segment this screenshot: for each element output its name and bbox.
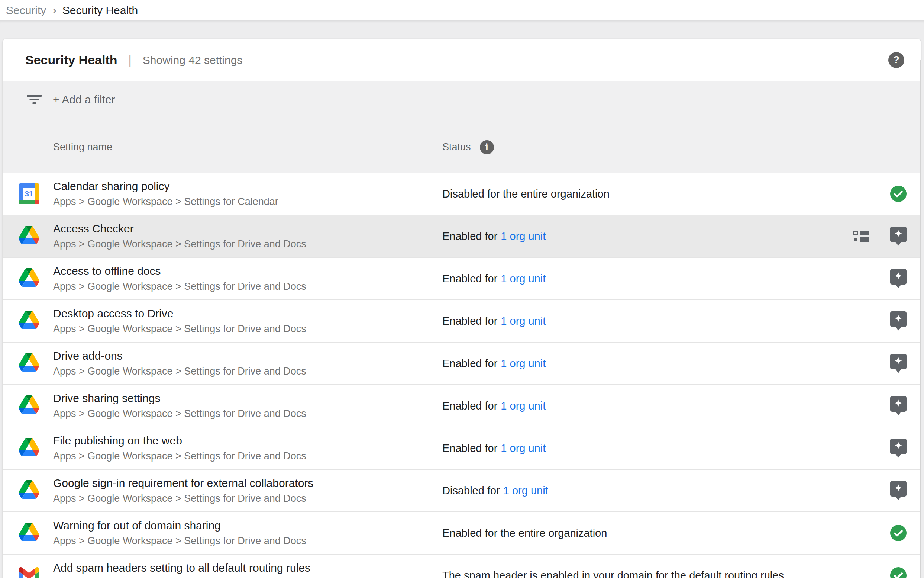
status-ok-icon — [890, 186, 906, 202]
setting-cell: Google sign-in requirement for external … — [53, 477, 442, 505]
status-cell: Disabled for1 org unit — [442, 485, 548, 497]
status-cell: The spam header is enabled in your domai… — [442, 570, 784, 578]
recommendation-flag-icon[interactable] — [890, 481, 906, 500]
org-units-icon[interactable] — [853, 230, 869, 242]
status-text: Enabled for — [442, 442, 497, 454]
status-link[interactable]: 1 org unit — [501, 230, 545, 242]
google-drive-icon — [19, 480, 39, 501]
add-filter-label: + Add a filter — [53, 93, 115, 106]
status-text: Disabled for the entire organization — [442, 188, 610, 200]
status-link[interactable]: 1 org unit — [501, 400, 545, 412]
status-text: Enabled for the entire organization — [442, 527, 607, 539]
setting-title: Access to offline docs — [53, 265, 442, 278]
setting-path: Apps > Google Workspace > Settings for D… — [53, 408, 442, 420]
setting-cell: Warning for out of domain sharing Apps >… — [53, 519, 442, 547]
row-actions — [890, 481, 906, 500]
status-cell: Enabled for1 org unit — [442, 357, 545, 370]
breadcrumb: Security › Security Health — [0, 0, 924, 21]
status-text: The spam header is enabled in your domai… — [442, 570, 784, 578]
setting-title: Access Checker — [53, 222, 442, 235]
table-row[interactable]: Warning for out of domain sharing Apps >… — [3, 512, 921, 555]
table-row[interactable]: Desktop access to Drive Apps > Google Wo… — [3, 300, 921, 343]
setting-cell: Access Checker Apps > Google Workspace >… — [53, 222, 442, 250]
row-actions — [890, 396, 906, 416]
chevron-right-icon: › — [52, 3, 56, 16]
table-row[interactable]: Drive add-ons Apps > Google Workspace > … — [3, 343, 921, 385]
row-actions — [853, 227, 906, 246]
table-row[interactable]: Access to offline docs Apps > Google Wor… — [3, 258, 921, 300]
setting-path: Apps > Google Workspace > Settings for D… — [53, 323, 442, 335]
status-text: Enabled for — [442, 315, 497, 327]
help-button[interactable]: ? — [888, 52, 904, 68]
card-header: Security Health | Showing 42 settings ? — [3, 39, 921, 81]
row-actions — [890, 311, 906, 331]
row-actions — [890, 525, 906, 541]
google-drive-icon — [19, 226, 39, 247]
recommendation-flag-icon[interactable] — [890, 354, 906, 373]
setting-path: Apps > Google Workspace > Settings for D… — [53, 281, 442, 292]
table-controls: + Add a filter Setting name Status i — [3, 81, 921, 173]
setting-title: File publishing on the web — [53, 434, 442, 447]
status-info-button[interactable]: i — [480, 140, 494, 154]
table-row[interactable]: Add spam headers setting to all default … — [3, 555, 921, 578]
title-divider: | — [129, 53, 131, 67]
setting-path: Apps > Google Workspace > Settings for D… — [53, 535, 442, 547]
row-actions — [890, 269, 906, 288]
setting-title: Drive sharing settings — [53, 392, 442, 405]
status-link[interactable]: 1 org unit — [503, 485, 548, 497]
setting-path: Apps > Google Workspace > Settings for D… — [53, 365, 442, 377]
filter-icon — [27, 95, 42, 104]
setting-title: Add spam headers setting to all default … — [53, 562, 442, 575]
status-link[interactable]: 1 org unit — [501, 357, 545, 369]
column-status-label: Status — [442, 141, 471, 153]
google-drive-icon — [19, 268, 39, 289]
table-row[interactable]: 31 Calendar sharing policy Apps > Google… — [3, 173, 921, 215]
status-link[interactable]: 1 org unit — [501, 315, 545, 327]
recommendation-flag-icon[interactable] — [890, 396, 906, 416]
status-ok-icon — [890, 567, 906, 578]
setting-cell: File publishing on the web Apps > Google… — [53, 434, 442, 462]
setting-title: Calendar sharing policy — [53, 180, 442, 193]
status-text: Disabled for — [442, 485, 500, 497]
google-calendar-icon: 31 — [19, 183, 39, 204]
status-cell: Enabled for the entire organization — [442, 527, 607, 539]
help-icon: ? — [893, 54, 900, 66]
recommendation-flag-icon[interactable] — [890, 227, 906, 246]
setting-path: Apps > Google Workspace > Settings for C… — [53, 196, 442, 208]
recommendation-flag-icon[interactable] — [890, 269, 906, 288]
add-filter-button[interactable]: + Add a filter — [27, 93, 115, 106]
status-text: Enabled for — [442, 400, 497, 412]
setting-path: Apps > Google Workspace > Settings for D… — [53, 239, 442, 250]
setting-cell: Calendar sharing policy Apps > Google Wo… — [53, 180, 442, 208]
table-row[interactable]: Google sign-in requirement for external … — [3, 470, 921, 512]
row-actions — [890, 567, 906, 578]
google-drive-icon — [19, 353, 39, 374]
setting-cell: Add spam headers setting to all default … — [53, 562, 442, 578]
row-actions — [890, 438, 906, 458]
setting-cell: Drive add-ons Apps > Google Workspace > … — [53, 350, 442, 378]
settings-count: Showing 42 settings — [143, 54, 243, 67]
gmail-icon — [19, 567, 39, 578]
status-link[interactable]: 1 org unit — [501, 442, 545, 454]
status-link[interactable]: 1 org unit — [501, 273, 545, 284]
table-row[interactable]: Access Checker Apps > Google Workspace >… — [3, 215, 921, 258]
status-cell: Enabled for1 org unit — [442, 273, 545, 285]
google-drive-icon — [19, 395, 39, 416]
setting-cell: Drive sharing settings Apps > Google Wor… — [53, 392, 442, 420]
status-cell: Enabled for1 org unit — [442, 442, 545, 455]
recommendation-flag-icon[interactable] — [890, 311, 906, 331]
security-health-card: Security Health | Showing 42 settings ? … — [3, 39, 921, 578]
setting-title: Drive add-ons — [53, 350, 442, 363]
table-row[interactable]: Drive sharing settings Apps > Google Wor… — [3, 385, 921, 427]
column-status: Status i — [442, 140, 494, 154]
recommendation-flag-icon[interactable] — [890, 438, 906, 458]
status-cell: Enabled for1 org unit — [442, 400, 545, 412]
breadcrumb-security[interactable]: Security — [6, 4, 46, 17]
calendar-day-label: 31 — [23, 188, 35, 200]
setting-path: Apps > Google Workspace > Settings for D… — [53, 493, 442, 504]
google-drive-icon — [19, 523, 39, 544]
breadcrumb-security-health: Security Health — [62, 4, 138, 17]
table-row[interactable]: File publishing on the web Apps > Google… — [3, 427, 921, 470]
setting-title: Google sign-in requirement for external … — [53, 477, 442, 490]
setting-title: Warning for out of domain sharing — [53, 519, 442, 532]
